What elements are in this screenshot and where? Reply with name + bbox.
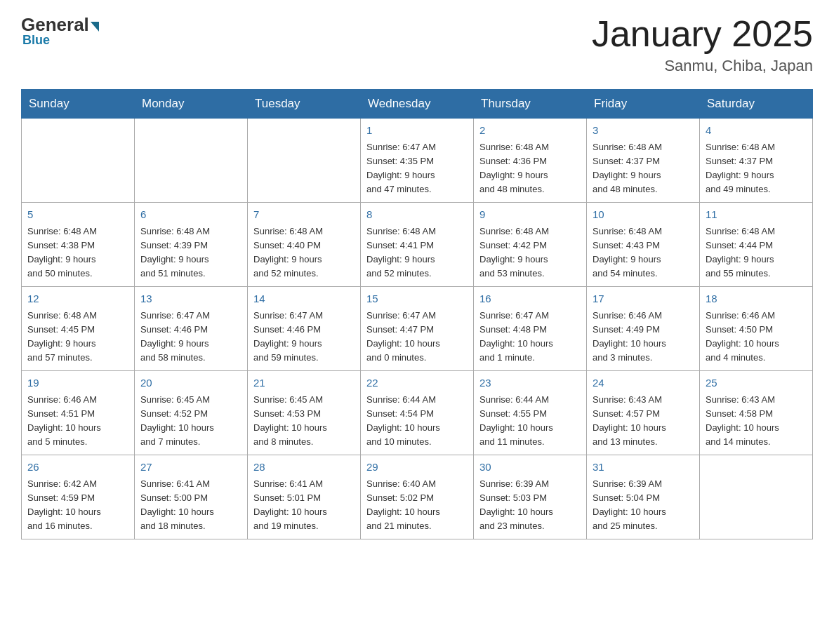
calendar-cell: 18Sunrise: 6:46 AM Sunset: 4:50 PM Dayli… — [700, 287, 813, 371]
calendar-cell: 8Sunrise: 6:48 AM Sunset: 4:41 PM Daylig… — [361, 203, 474, 287]
calendar-cell — [700, 455, 813, 539]
day-info: Sunrise: 6:45 AM Sunset: 4:52 PM Dayligh… — [140, 393, 241, 450]
day-info: Sunrise: 6:45 AM Sunset: 4:53 PM Dayligh… — [253, 393, 355, 450]
calendar-cell: 6Sunrise: 6:48 AM Sunset: 4:39 PM Daylig… — [135, 203, 248, 287]
calendar-week-row: 19Sunrise: 6:46 AM Sunset: 4:51 PM Dayli… — [22, 371, 813, 455]
day-number: 16 — [479, 291, 581, 307]
calendar-cell: 12Sunrise: 6:48 AM Sunset: 4:45 PM Dayli… — [22, 287, 135, 371]
day-info: Sunrise: 6:44 AM Sunset: 4:54 PM Dayligh… — [366, 393, 468, 450]
day-number: 25 — [706, 375, 807, 391]
calendar-cell: 7Sunrise: 6:48 AM Sunset: 4:40 PM Daylig… — [248, 203, 361, 287]
calendar-cell: 30Sunrise: 6:39 AM Sunset: 5:03 PM Dayli… — [474, 455, 587, 539]
month-title: January 2025 — [592, 14, 813, 54]
day-info: Sunrise: 6:48 AM Sunset: 4:45 PM Dayligh… — [27, 309, 128, 365]
day-number: 20 — [140, 375, 241, 391]
calendar-day-header: Wednesday — [361, 90, 474, 119]
day-info: Sunrise: 6:48 AM Sunset: 4:42 PM Dayligh… — [479, 224, 581, 281]
day-number: 11 — [706, 207, 807, 223]
day-number: 19 — [27, 375, 128, 391]
day-number: 9 — [479, 207, 581, 223]
calendar-day-header: Sunday — [22, 90, 135, 119]
day-info: Sunrise: 6:48 AM Sunset: 4:40 PM Dayligh… — [253, 224, 355, 281]
day-number: 31 — [593, 459, 694, 476]
calendar-cell: 20Sunrise: 6:45 AM Sunset: 4:52 PM Dayli… — [135, 371, 248, 455]
day-info: Sunrise: 6:48 AM Sunset: 4:43 PM Dayligh… — [593, 224, 694, 281]
day-info: Sunrise: 6:39 AM Sunset: 5:03 PM Dayligh… — [479, 477, 581, 534]
day-number: 8 — [366, 207, 468, 223]
calendar-cell: 26Sunrise: 6:42 AM Sunset: 4:59 PM Dayli… — [22, 455, 135, 539]
day-info: Sunrise: 6:48 AM Sunset: 4:37 PM Dayligh… — [593, 140, 694, 197]
calendar-cell: 15Sunrise: 6:47 AM Sunset: 4:47 PM Dayli… — [361, 287, 474, 371]
day-number: 14 — [253, 291, 355, 307]
calendar-week-row: 1Sunrise: 6:47 AM Sunset: 4:35 PM Daylig… — [22, 119, 813, 203]
day-number: 2 — [479, 123, 581, 139]
calendar-cell: 19Sunrise: 6:46 AM Sunset: 4:51 PM Dayli… — [22, 371, 135, 455]
day-number: 24 — [593, 375, 694, 391]
day-info: Sunrise: 6:48 AM Sunset: 4:41 PM Dayligh… — [366, 224, 468, 281]
logo-triangle-icon — [91, 22, 99, 32]
day-info: Sunrise: 6:47 AM Sunset: 4:46 PM Dayligh… — [140, 309, 241, 365]
day-info: Sunrise: 6:47 AM Sunset: 4:46 PM Dayligh… — [253, 309, 355, 365]
calendar-cell: 21Sunrise: 6:45 AM Sunset: 4:53 PM Dayli… — [248, 371, 361, 455]
day-number: 17 — [593, 291, 694, 307]
day-number: 29 — [366, 459, 468, 476]
day-number: 10 — [593, 207, 694, 223]
calendar-cell: 23Sunrise: 6:44 AM Sunset: 4:55 PM Dayli… — [474, 371, 587, 455]
day-number: 15 — [366, 291, 468, 307]
calendar-cell: 24Sunrise: 6:43 AM Sunset: 4:57 PM Dayli… — [587, 371, 700, 455]
calendar-cell: 4Sunrise: 6:48 AM Sunset: 4:37 PM Daylig… — [700, 119, 813, 203]
calendar-cell: 22Sunrise: 6:44 AM Sunset: 4:54 PM Dayli… — [361, 371, 474, 455]
calendar-cell: 17Sunrise: 6:46 AM Sunset: 4:49 PM Dayli… — [587, 287, 700, 371]
calendar-day-header: Thursday — [474, 90, 587, 119]
calendar-cell: 13Sunrise: 6:47 AM Sunset: 4:46 PM Dayli… — [135, 287, 248, 371]
day-number: 21 — [253, 375, 355, 391]
calendar-cell — [135, 119, 248, 203]
calendar-cell: 27Sunrise: 6:41 AM Sunset: 5:00 PM Dayli… — [135, 455, 248, 539]
day-info: Sunrise: 6:48 AM Sunset: 4:44 PM Dayligh… — [706, 224, 807, 281]
calendar-cell: 3Sunrise: 6:48 AM Sunset: 4:37 PM Daylig… — [587, 119, 700, 203]
day-number: 6 — [140, 207, 241, 223]
logo: General Blue — [21, 14, 100, 48]
calendar-cell: 29Sunrise: 6:40 AM Sunset: 5:02 PM Dayli… — [361, 455, 474, 539]
day-info: Sunrise: 6:48 AM Sunset: 4:37 PM Dayligh… — [706, 140, 807, 197]
calendar-week-row: 5Sunrise: 6:48 AM Sunset: 4:38 PM Daylig… — [22, 203, 813, 287]
calendar-cell — [22, 119, 135, 203]
day-info: Sunrise: 6:47 AM Sunset: 4:48 PM Dayligh… — [479, 309, 581, 365]
day-info: Sunrise: 6:47 AM Sunset: 4:35 PM Dayligh… — [366, 140, 468, 197]
day-number: 5 — [27, 207, 128, 223]
day-number: 23 — [479, 375, 581, 391]
calendar-cell: 5Sunrise: 6:48 AM Sunset: 4:38 PM Daylig… — [22, 203, 135, 287]
calendar-cell: 11Sunrise: 6:48 AM Sunset: 4:44 PM Dayli… — [700, 203, 813, 287]
day-number: 30 — [479, 459, 581, 476]
title-section: January 2025 Sanmu, Chiba, Japan — [592, 14, 813, 75]
calendar-day-header: Tuesday — [248, 90, 361, 119]
calendar-day-header: Monday — [135, 90, 248, 119]
day-number: 7 — [253, 207, 355, 223]
day-info: Sunrise: 6:43 AM Sunset: 4:58 PM Dayligh… — [706, 393, 807, 450]
day-number: 4 — [706, 123, 807, 139]
day-info: Sunrise: 6:43 AM Sunset: 4:57 PM Dayligh… — [593, 393, 694, 450]
calendar-cell: 28Sunrise: 6:41 AM Sunset: 5:01 PM Dayli… — [248, 455, 361, 539]
location-text: Sanmu, Chiba, Japan — [592, 57, 813, 75]
day-info: Sunrise: 6:41 AM Sunset: 5:01 PM Dayligh… — [253, 477, 355, 534]
day-info: Sunrise: 6:41 AM Sunset: 5:00 PM Dayligh… — [140, 477, 241, 534]
calendar-day-header: Friday — [587, 90, 700, 119]
day-info: Sunrise: 6:46 AM Sunset: 4:51 PM Dayligh… — [27, 393, 128, 450]
day-info: Sunrise: 6:42 AM Sunset: 4:59 PM Dayligh… — [27, 477, 128, 534]
calendar-day-header: Saturday — [700, 90, 813, 119]
day-number: 1 — [366, 123, 468, 139]
calendar-cell: 9Sunrise: 6:48 AM Sunset: 4:42 PM Daylig… — [474, 203, 587, 287]
calendar-cell: 25Sunrise: 6:43 AM Sunset: 4:58 PM Dayli… — [700, 371, 813, 455]
calendar-cell: 10Sunrise: 6:48 AM Sunset: 4:43 PM Dayli… — [587, 203, 700, 287]
logo-blue-text: Blue — [22, 33, 50, 48]
day-info: Sunrise: 6:40 AM Sunset: 5:02 PM Dayligh… — [366, 477, 468, 534]
day-number: 3 — [593, 123, 694, 139]
day-number: 26 — [27, 459, 128, 476]
calendar-week-row: 26Sunrise: 6:42 AM Sunset: 4:59 PM Dayli… — [22, 455, 813, 539]
calendar-cell: 16Sunrise: 6:47 AM Sunset: 4:48 PM Dayli… — [474, 287, 587, 371]
day-info: Sunrise: 6:48 AM Sunset: 4:39 PM Dayligh… — [140, 224, 241, 281]
day-number: 28 — [253, 459, 355, 476]
day-number: 18 — [706, 291, 807, 307]
calendar-header-row: SundayMondayTuesdayWednesdayThursdayFrid… — [22, 90, 813, 119]
day-info: Sunrise: 6:46 AM Sunset: 4:49 PM Dayligh… — [593, 309, 694, 365]
